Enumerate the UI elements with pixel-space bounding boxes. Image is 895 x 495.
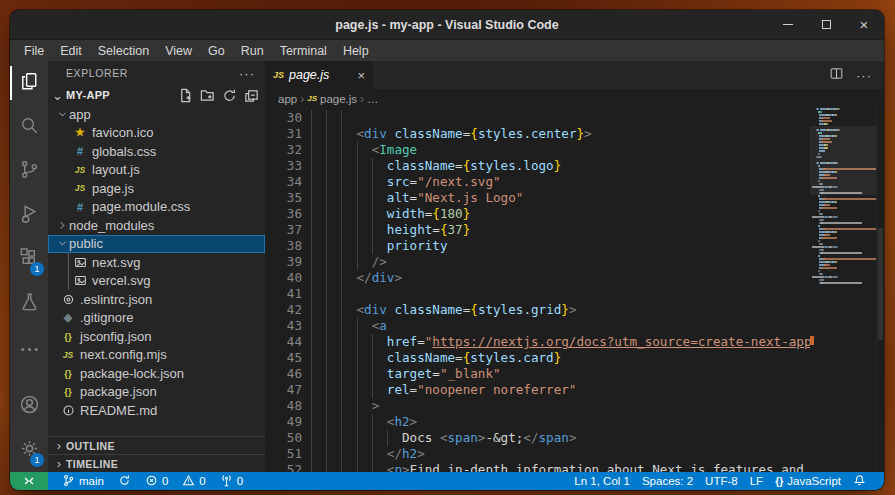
tab-close-icon[interactable]: ×: [357, 68, 365, 83]
breadcrumb-item[interactable]: app: [278, 93, 297, 105]
new-file-icon[interactable]: [178, 88, 193, 103]
scrollbar-slider[interactable]: [878, 228, 883, 340]
tab-page-js[interactable]: JS page.js ×: [265, 61, 373, 89]
code-line-39: 39 />: [265, 254, 810, 270]
status-sync[interactable]: [112, 472, 137, 490]
remote-indicator-button[interactable]: [10, 472, 48, 490]
tree-item-package-json[interactable]: {}package.json: [48, 383, 265, 402]
activity-accounts-button[interactable]: [10, 384, 48, 428]
json-file-icon: {}: [60, 386, 76, 397]
minimap-token: [824, 264, 830, 266]
code-line-content: <p>Find in-depth information about Next.…: [302, 462, 810, 472]
activity-settings-button[interactable]: 1: [10, 428, 48, 472]
status-errors[interactable]: 0: [139, 472, 174, 490]
tree-item-label: next.config.mjs: [80, 347, 167, 362]
collapse-all-icon[interactable]: [244, 88, 259, 103]
activity-explorer-button[interactable]: [10, 61, 48, 105]
maximize-button[interactable]: [818, 17, 834, 33]
line-number: 35: [265, 190, 302, 206]
tree-item-jsconfig-json[interactable]: {}jsconfig.json: [48, 327, 265, 346]
line-number: 41: [265, 286, 302, 302]
line-number: 52: [265, 462, 302, 472]
indent-guide: [311, 206, 312, 222]
minimap[interactable]: [810, 108, 876, 472]
tree-item-next-svg[interactable]: next.svg: [48, 253, 265, 272]
refresh-icon[interactable]: [222, 88, 237, 103]
panel-outline[interactable]: ›OUTLINE: [48, 436, 265, 454]
close-button[interactable]: ×: [856, 17, 872, 33]
tree-item-layout-js[interactable]: JSlayout.js: [48, 161, 265, 180]
chevron-right-icon: ›: [52, 438, 66, 453]
status-branch[interactable]: main: [56, 472, 110, 490]
split-editor-button[interactable]: [829, 66, 844, 85]
minimap-line: [810, 210, 876, 212]
indent-guide: [341, 222, 342, 238]
status-indentation[interactable]: Spaces: 2: [636, 472, 699, 490]
code-editor[interactable]: 3031 <div className={styles.center}>32 <…: [265, 108, 810, 472]
activity-testing-button[interactable]: [10, 281, 48, 325]
indent-guide: [311, 318, 312, 334]
line-number: 31: [265, 126, 302, 142]
status-cursor-position[interactable]: Ln 1, Col 1: [568, 472, 636, 490]
breadcrumb-item[interactable]: …: [367, 93, 379, 105]
status-eol[interactable]: LF: [744, 472, 769, 490]
tree-item-node-modules[interactable]: node_modules: [48, 216, 265, 235]
tree-item-label: page.js: [92, 181, 134, 196]
more-actions-button[interactable]: ···: [856, 68, 872, 83]
indent-guide: [311, 382, 312, 398]
vertical-scrollbar[interactable]: [876, 108, 884, 472]
activity-run-and-debug-button[interactable]: [10, 193, 48, 237]
minimap-line: [810, 279, 876, 281]
minimap-line: [810, 237, 876, 239]
breadcrumb-item[interactable]: page.js: [320, 93, 357, 105]
image-file-icon: [72, 256, 88, 269]
status-warnings[interactable]: 0: [176, 472, 211, 490]
minimap-token: [818, 240, 820, 242]
minimize-button[interactable]: [780, 17, 796, 33]
menu-file[interactable]: File: [16, 40, 52, 61]
new-folder-icon[interactable]: [200, 88, 215, 103]
tree-item-label: package-lock.json: [80, 366, 184, 381]
indent-guide: [357, 462, 358, 472]
tree-item-next-config-mjs[interactable]: JSnext.config.mjs: [48, 346, 265, 365]
breadcrumb: app›JSpage.js›…: [265, 89, 884, 108]
panel-timeline[interactable]: ›TIMELINE: [48, 454, 265, 472]
menu-terminal[interactable]: Terminal: [272, 40, 335, 61]
tree-item-readme-md[interactable]: README.md: [48, 401, 265, 420]
activity-more-button[interactable]: [10, 329, 48, 373]
tree-item-page-js[interactable]: JSpage.js: [48, 179, 265, 198]
tree-item-favicon-ico[interactable]: ★favicon.ico: [48, 124, 265, 143]
status-ports[interactable]: 0: [214, 472, 249, 490]
status-language-mode[interactable]: {}JavaScript: [769, 472, 847, 490]
menu-selection[interactable]: Selection: [90, 40, 157, 61]
minimap-token: [824, 204, 830, 206]
tree-item--eslintrc-json[interactable]: .eslintrc.json: [48, 290, 265, 309]
tree-item-globals-css[interactable]: #globals.css: [48, 142, 265, 161]
menu-edit[interactable]: Edit: [52, 40, 90, 61]
tree-item-vercel-svg[interactable]: vercel.svg: [48, 272, 265, 291]
code-line-content: className={styles.card}: [302, 350, 810, 366]
tree-item-public[interactable]: public: [48, 235, 265, 254]
tree-item--gitignore[interactable]: ◆.gitignore: [48, 309, 265, 328]
menu-view[interactable]: View: [157, 40, 200, 61]
tree-item-app[interactable]: app: [48, 105, 265, 124]
code-line-content: </div>: [302, 270, 810, 286]
project-section-header[interactable]: ⌄ MY-APP: [48, 85, 265, 105]
indent-guide: [326, 190, 327, 206]
activity-search-button[interactable]: [10, 105, 48, 149]
explorer-more-actions-button[interactable]: ···: [239, 66, 255, 81]
code-line-47: 47 rel="noopener noreferrer": [265, 382, 810, 398]
status-notifications[interactable]: [847, 472, 872, 490]
indent-guide: [326, 302, 327, 318]
status-encoding[interactable]: UTF-8: [699, 472, 744, 490]
activity-source-control-button[interactable]: [10, 149, 48, 193]
tree-item-page-module-css[interactable]: #page.module.css: [48, 198, 265, 217]
menu-run[interactable]: Run: [233, 40, 272, 61]
status-label: main: [79, 475, 104, 487]
minimap-token: [821, 222, 862, 224]
minimap-token: [812, 276, 824, 278]
menu-help[interactable]: Help: [335, 40, 377, 61]
tree-item-package-lock-json[interactable]: {}package-lock.json: [48, 364, 265, 383]
menu-go[interactable]: Go: [200, 40, 233, 61]
activity-extensions-button[interactable]: 1: [10, 237, 48, 281]
